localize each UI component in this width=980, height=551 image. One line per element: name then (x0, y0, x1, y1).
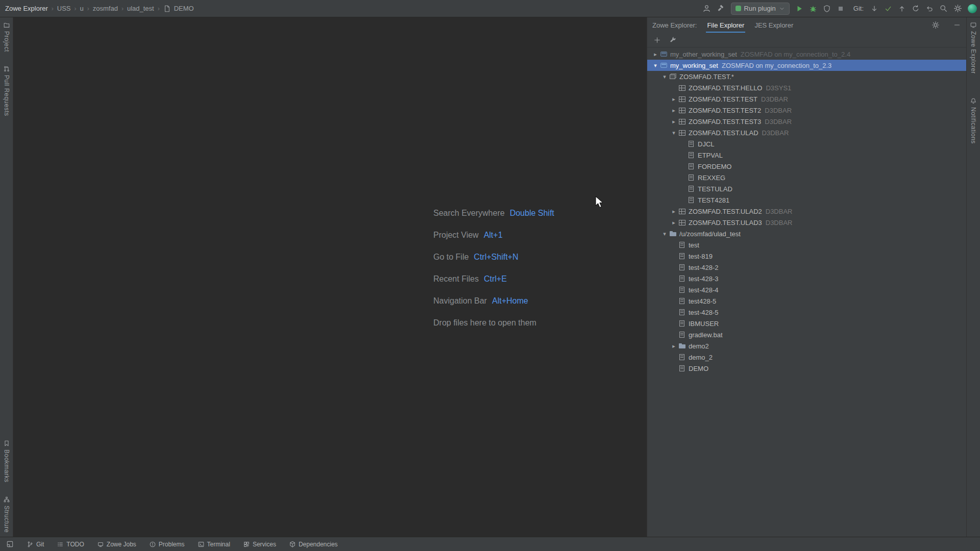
tree-row[interactable]: ▸my_other_working_setZOSMFAD on my_conne… (647, 48, 966, 60)
breadcrumb-item-u[interactable]: u (80, 5, 84, 12)
toolstripe-structure[interactable]: Structure (3, 496, 10, 533)
chevron-collapsed-icon[interactable]: ▸ (670, 343, 678, 349)
debug-bug-icon[interactable] (809, 5, 817, 13)
tree-row[interactable]: test-428-4 (647, 284, 966, 295)
chevron-expanded-icon[interactable]: ▾ (651, 62, 659, 69)
right-tool-stripe: Zowe Explorer Notifications (966, 17, 980, 537)
settings-gear-icon[interactable] (953, 4, 962, 13)
chevron-expanded-icon[interactable]: ▾ (660, 73, 669, 80)
statusbar-item-problems[interactable]: Problems (149, 541, 185, 548)
editor-area[interactable]: Search Everywhere Double Shift Project V… (13, 17, 647, 537)
update-project-icon[interactable] (870, 5, 878, 13)
user-icon[interactable] (702, 4, 711, 13)
zowe-explorer-icon (970, 21, 977, 29)
breadcrumb-item-project[interactable]: Zowe Explorer (5, 5, 48, 12)
chevron-collapsed-icon[interactable]: ▸ (670, 118, 678, 125)
dsmask-icon (669, 72, 677, 81)
run-icon[interactable] (795, 5, 803, 13)
tree-row[interactable]: ETPVAL (647, 149, 966, 161)
tree-row[interactable]: DJCL (647, 138, 966, 149)
tree-row[interactable]: ▸ZOSMFAD.TEST.TEST3D3DBAR (647, 116, 966, 127)
tree-row[interactable]: DEMO (647, 363, 966, 374)
chevron-expanded-icon[interactable]: ▾ (660, 231, 669, 237)
search-icon[interactable] (939, 4, 948, 13)
tree-item-suffix: D3DBAR (765, 118, 792, 126)
statusbar-label: Git (36, 541, 44, 548)
tree-row[interactable]: test-428-5 (647, 307, 966, 318)
breadcrumb-item-uss[interactable]: USS (57, 5, 71, 12)
chevron-collapsed-icon[interactable]: ▸ (670, 96, 678, 103)
chevron-collapsed-icon[interactable]: ▸ (670, 219, 678, 226)
tree-row[interactable]: ▸demo2 (647, 340, 966, 352)
tree-item-label: test-428-5 (689, 309, 719, 316)
tree-item-label: test428-5 (689, 297, 716, 305)
breadcrumb-item-ulad-test[interactable]: ulad_test (127, 5, 154, 12)
tree-row[interactable]: demo_2 (647, 352, 966, 363)
tree-row[interactable]: test428-5 (647, 295, 966, 307)
chevron-expanded-icon[interactable]: ▾ (670, 130, 678, 136)
ide-window: Zowe Explorer › USS › u › zosmfad › ulad… (0, 0, 980, 551)
tree-item-label: ZOSMFAD.TEST.ULAD3 (689, 219, 762, 227)
statusbar-item-git[interactable]: Git (27, 541, 44, 548)
tree-row[interactable]: ▾my_working_setZOSMFAD on my_connection_… (647, 60, 966, 71)
plugin-icon (736, 6, 741, 11)
tool-window-switcher-icon[interactable] (6, 540, 14, 548)
tree-row[interactable]: test-819 (647, 251, 966, 262)
toolstripe-bookmarks[interactable]: Bookmarks (3, 440, 10, 483)
stop-icon[interactable] (837, 5, 845, 13)
tree-row[interactable]: ZOSMFAD.TEST.HELLOD3SYS1 (647, 82, 966, 93)
hint-label: Go to File (433, 253, 469, 262)
statusbar-item-dependencies[interactable]: Dependencies (289, 541, 338, 548)
statusbar-item-terminal[interactable]: Terminal (198, 541, 230, 548)
tree-row[interactable]: REXXEG (647, 172, 966, 183)
tree-row[interactable]: test-428-3 (647, 273, 966, 284)
chevron-collapsed-icon[interactable]: ▸ (670, 208, 678, 215)
ds-icon (678, 218, 687, 227)
coverage-shield-icon[interactable] (823, 5, 831, 13)
member-icon (687, 173, 696, 182)
rollback-undo-icon[interactable] (925, 5, 934, 13)
statusbar-item-zowe-jobs[interactable]: Zowe Jobs (97, 541, 136, 548)
commit-check-icon[interactable] (884, 5, 892, 13)
chevron-collapsed-icon[interactable]: ▸ (670, 107, 678, 114)
settings-wrench-icon[interactable] (669, 36, 677, 44)
tree-row[interactable]: IBMUSER (647, 318, 966, 329)
tree-row[interactable]: TESTULAD (647, 183, 966, 194)
tree-row[interactable]: ▸ZOSMFAD.TEST.TESTD3DBAR (647, 93, 966, 105)
statusbar-label: Zowe Jobs (107, 541, 136, 548)
breadcrumb-item-demo-file[interactable]: DEMO (174, 5, 194, 12)
tree-row[interactable]: ▾ZOSMFAD.TEST.* (647, 71, 966, 82)
tree-item-suffix: D3DBAR (762, 129, 789, 137)
member-icon (687, 185, 696, 193)
tree-row[interactable]: TEST4281 (647, 194, 966, 206)
tab-jes-explorer[interactable]: JES Explorer (754, 17, 793, 33)
tree-row[interactable]: ▾/u/zosmfad/ulad_test (647, 228, 966, 239)
tree-row[interactable]: test (647, 239, 966, 251)
avatar[interactable] (968, 4, 977, 13)
tree-row[interactable]: ▾ZOSMFAD.TEST.ULADD3DBAR (647, 127, 966, 138)
tree-row[interactable]: test-428-2 (647, 262, 966, 273)
run-configuration-select[interactable]: Run plugin (731, 3, 790, 15)
add-icon[interactable] (653, 36, 661, 44)
pull-request-icon (3, 65, 10, 72)
tab-file-explorer[interactable]: File Explorer (707, 17, 744, 33)
panel-settings-gear-icon[interactable] (932, 21, 940, 29)
tree-row[interactable]: FORDEMO (647, 161, 966, 172)
statusbar-item-todo[interactable]: TODO (57, 541, 84, 548)
tree-row[interactable]: gradlew.bat (647, 329, 966, 340)
build-hammer-icon[interactable] (717, 4, 725, 13)
tree-row[interactable]: ▸ZOSMFAD.TEST.ULAD3D3DBAR (647, 217, 966, 228)
chevron-collapsed-icon[interactable]: ▸ (651, 51, 659, 58)
toolstripe-zowe-explorer[interactable]: Zowe Explorer (970, 21, 977, 74)
refresh-icon[interactable] (912, 5, 920, 13)
hide-panel-icon[interactable] (953, 21, 961, 29)
tree-row[interactable]: ▸ZOSMFAD.TEST.ULAD2D3DBAR (647, 206, 966, 217)
tree-row[interactable]: ▸ZOSMFAD.TEST.TEST2D3DBAR (647, 105, 966, 116)
tree-item-label: TESTULAD (698, 185, 732, 193)
statusbar-item-services[interactable]: Services (243, 541, 276, 548)
push-icon[interactable] (898, 5, 906, 13)
breadcrumb-item-zosmfad[interactable]: zosmfad (93, 5, 118, 12)
toolstripe-pull-requests[interactable]: Pull Requests (3, 65, 10, 116)
toolstripe-notifications[interactable]: Notifications (970, 97, 977, 144)
toolstripe-project[interactable]: Project (3, 21, 10, 52)
